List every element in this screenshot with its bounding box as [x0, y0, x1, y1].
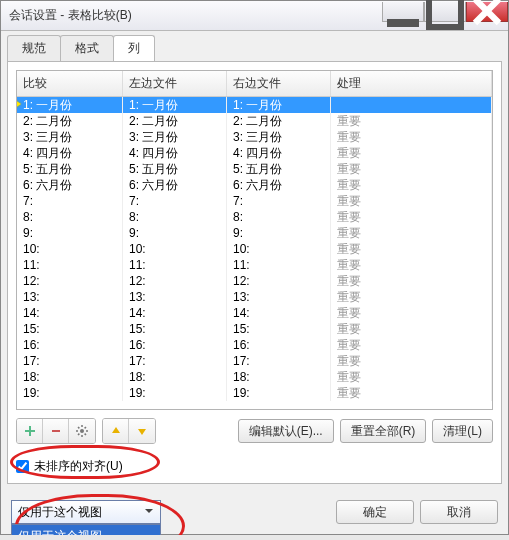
cell: 4: 四月份	[227, 145, 331, 161]
tab-1[interactable]: 格式	[60, 35, 114, 61]
table-row[interactable]: 6: 六月份6: 六月份6: 六月份重要	[17, 177, 492, 193]
cell: 17:	[17, 353, 123, 369]
add-button[interactable]	[17, 419, 43, 443]
tab-bar: 规范格式列	[1, 31, 508, 61]
cell: 12:	[17, 273, 123, 289]
header-compare[interactable]: 比较	[17, 71, 123, 96]
cell: 重要	[331, 385, 492, 401]
table-row[interactable]: 3: 三月份3: 三月份3: 三月份重要	[17, 129, 492, 145]
cell: 7:	[227, 193, 331, 209]
table-row[interactable]: 10:10:10:重要	[17, 241, 492, 257]
chevron-down-icon	[144, 505, 154, 519]
scope-dropdown-menu[interactable]: 仅用于这个视图还要更新会话默认	[11, 524, 161, 535]
cell: 9:	[123, 225, 227, 241]
cell: 1: 一月份	[227, 97, 331, 113]
cell: 2: 二月份	[123, 113, 227, 129]
cell: 4: 四月份	[123, 145, 227, 161]
cell: 重要	[331, 209, 492, 225]
settings-button[interactable]	[69, 419, 95, 443]
header-left-file[interactable]: 左边文件	[123, 71, 227, 96]
scope-dropdown-button[interactable]: 仅用于这个视图	[11, 500, 161, 524]
table-row[interactable]: 5: 五月份5: 五月份5: 五月份重要	[17, 161, 492, 177]
toolbar-group-edit	[16, 418, 96, 444]
cell: 重要	[331, 273, 492, 289]
cell: 4: 四月份	[17, 145, 123, 161]
cell: 重要	[331, 337, 492, 353]
cell: 重要	[331, 305, 492, 321]
table-row[interactable]: 8:8:8:重要	[17, 209, 492, 225]
table-row[interactable]: 16:16:16:重要	[17, 337, 492, 353]
cell: 19:	[227, 385, 331, 401]
table-row[interactable]: 19:19:19:重要	[17, 385, 492, 401]
cell: 重要	[331, 225, 492, 241]
unsorted-align-checkbox[interactable]	[16, 460, 29, 473]
cell: 8:	[123, 209, 227, 225]
cell: 重要	[331, 241, 492, 257]
cell: 13:	[227, 289, 331, 305]
cell: 6: 六月份	[227, 177, 331, 193]
table-row[interactable]: 4: 四月份4: 四月份4: 四月份重要	[17, 145, 492, 161]
header-right-file[interactable]: 右边文件	[227, 71, 331, 96]
cell: 重要	[331, 257, 492, 273]
scope-dropdown-value: 仅用于这个视图	[18, 504, 102, 521]
edit-default-button[interactable]: 编辑默认(E)...	[238, 419, 334, 443]
cell: 6: 六月份	[123, 177, 227, 193]
clear-button[interactable]: 清理(L)	[432, 419, 493, 443]
cell: 10:	[227, 241, 331, 257]
cell: 重要	[331, 145, 492, 161]
cell: 16:	[17, 337, 123, 353]
table-row[interactable]: 7:7:7:重要	[17, 193, 492, 209]
table-row[interactable]: 11:11:11:重要	[17, 257, 492, 273]
cell: 3: 三月份	[123, 129, 227, 145]
cell: 8:	[227, 209, 331, 225]
cell: 16:	[123, 337, 227, 353]
table-row[interactable]: 12:12:12:重要	[17, 273, 492, 289]
move-down-button[interactable]	[129, 419, 155, 443]
table-row[interactable]: 14:14:14:重要	[17, 305, 492, 321]
table-row[interactable]: 18:18:18:重要	[17, 369, 492, 385]
ok-button[interactable]: 确定	[336, 500, 414, 524]
titlebar[interactable]: 会话设置 - 表格比较(B)	[1, 1, 508, 31]
move-up-button[interactable]	[103, 419, 129, 443]
table-row[interactable]: 1: 一月份1: 一月份1: 一月份	[17, 97, 492, 113]
cell: 9:	[17, 225, 123, 241]
cell: 17:	[123, 353, 227, 369]
header-process[interactable]: 处理	[331, 71, 492, 96]
cell: 1: 一月份	[123, 97, 227, 113]
row-indicator-icon	[17, 100, 21, 108]
cell: 重要	[331, 369, 492, 385]
remove-button[interactable]	[43, 419, 69, 443]
minimize-button[interactable]	[382, 2, 424, 22]
maximize-button[interactable]	[424, 2, 466, 22]
cell: 7:	[17, 193, 123, 209]
tab-0[interactable]: 规范	[7, 35, 61, 61]
cancel-button[interactable]: 取消	[420, 500, 498, 524]
cell: 11:	[227, 257, 331, 273]
table-row[interactable]: 17:17:17:重要	[17, 353, 492, 369]
close-button[interactable]	[466, 2, 508, 22]
cell: 5: 五月份	[123, 161, 227, 177]
table-row[interactable]: 9:9:9:重要	[17, 225, 492, 241]
cell: 17:	[227, 353, 331, 369]
cell: 重要	[331, 289, 492, 305]
cell: 重要	[331, 113, 492, 129]
reset-all-button[interactable]: 重置全部(R)	[340, 419, 427, 443]
cell: 9:	[227, 225, 331, 241]
scope-option-0[interactable]: 仅用于这个视图	[12, 525, 160, 535]
cell: 18:	[123, 369, 227, 385]
cell: 7:	[123, 193, 227, 209]
cell: 12:	[227, 273, 331, 289]
cell: 5: 五月份	[227, 161, 331, 177]
cell: 10:	[123, 241, 227, 257]
svg-point-3	[80, 429, 84, 433]
tab-2[interactable]: 列	[113, 35, 155, 61]
scope-dropdown[interactable]: 仅用于这个视图 仅用于这个视图还要更新会话默认	[11, 500, 161, 524]
table-row[interactable]: 13:13:13:重要	[17, 289, 492, 305]
unsorted-align-label[interactable]: 未排序的对齐(U)	[34, 458, 123, 475]
table-row[interactable]: 15:15:15:重要	[17, 321, 492, 337]
grid-header: 比较 左边文件 右边文件 处理	[17, 71, 492, 97]
table-row[interactable]: 2: 二月份2: 二月份2: 二月份重要	[17, 113, 492, 129]
grid-body[interactable]: 1: 一月份1: 一月份1: 一月份2: 二月份2: 二月份2: 二月份重要3:…	[17, 97, 492, 409]
cell: 11:	[17, 257, 123, 273]
cell: 重要	[331, 129, 492, 145]
